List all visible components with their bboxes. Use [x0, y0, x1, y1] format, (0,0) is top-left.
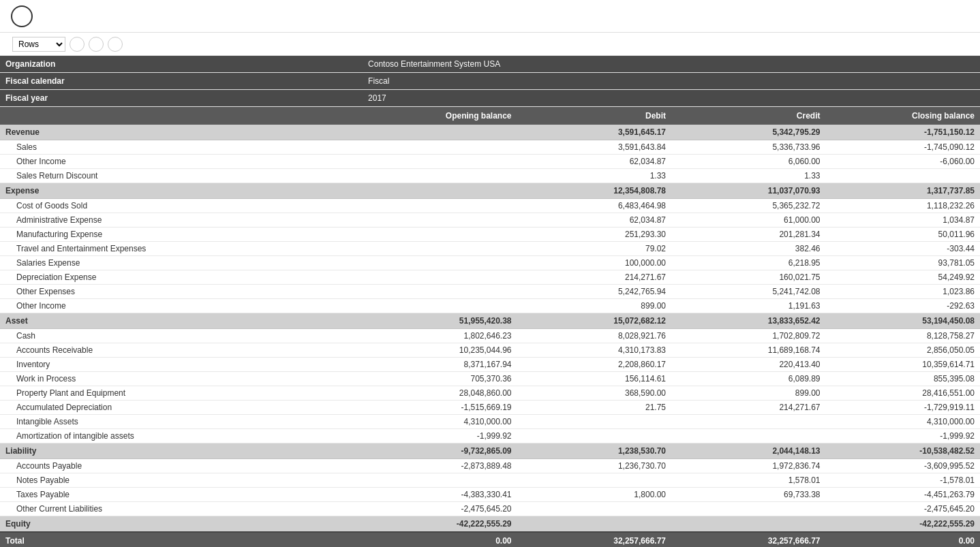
toolbar: Rows Columns: [0, 33, 980, 56]
detail-credit-2-6: [671, 415, 825, 429]
detail-closing-1-0: 1,118,232.26: [826, 199, 981, 213]
detail-opening-0-1: [363, 155, 517, 169]
detail-name-3-2: Taxes Payable: [0, 488, 363, 502]
detail-row-3-2: Taxes Payable -4,383,330.41 1,800.00 69,…: [0, 488, 980, 502]
more-button[interactable]: [960, 37, 975, 52]
detail-credit-2-2: 220,413.40: [671, 358, 825, 372]
category-closing-0: -1,751,150.12: [826, 125, 981, 140]
drill-collapse-button[interactable]: [108, 37, 123, 52]
detail-name-0-1: Other Income: [0, 155, 363, 169]
detail-debit-0-1: 62,034.87: [517, 155, 671, 169]
detail-row-0-2: Sales Return Discount 1.33 1.33: [0, 169, 980, 183]
detail-row-1-6: Other Expenses 5,242,765.94 5,241,742.08…: [0, 285, 980, 299]
total-label: Total: [0, 532, 363, 547]
detail-name-3-3: Other Current Liabilities: [0, 502, 363, 516]
detail-closing-2-0: 8,128,758.27: [826, 329, 981, 343]
detail-debit-2-4: 368,590.00: [517, 386, 671, 401]
detail-row-1-3: Travel and Entertainment Expenses 79.02 …: [0, 242, 980, 256]
detail-debit-1-2: 251,293.30: [517, 228, 671, 242]
drill-expand-button[interactable]: [89, 37, 104, 52]
detail-closing-0-2: [826, 169, 981, 183]
category-name-2: Asset: [0, 313, 363, 329]
detail-row-2-5: Accumulated Depreciation -1,515,669.19 2…: [0, 401, 980, 415]
category-row-0: Revenue 3,591,645.17 5,342,795.29 -1,751…: [0, 125, 980, 140]
detail-debit-2-3: 156,114.61: [517, 372, 671, 386]
detail-name-1-5: Depreciation Expense: [0, 270, 363, 285]
drill-up-button[interactable]: [70, 37, 85, 52]
detail-opening-1-1: [363, 213, 517, 228]
detail-name-1-4: Salaries Expense: [0, 256, 363, 270]
detail-row-1-7: Other Income 899.00 1,191.63 -292.63: [0, 299, 980, 313]
detail-credit-1-0: 5,365,232.72: [671, 199, 825, 213]
detail-credit-0-2: 1.33: [671, 169, 825, 183]
detail-name-3-1: Notes Payable: [0, 473, 363, 488]
category-closing-1: 1,317,737.85: [826, 183, 981, 199]
category-closing-2: 53,194,450.08: [826, 313, 981, 329]
category-credit-1: 11,037,070.93: [671, 183, 825, 199]
category-credit-3: 2,044,148.13: [671, 443, 825, 459]
category-credit-2: 13,833,652.42: [671, 313, 825, 329]
info-label-0: Organization: [0, 56, 363, 73]
detail-closing-2-3: 855,395.08: [826, 372, 981, 386]
category-opening-2: 51,955,420.38: [363, 313, 517, 329]
detail-name-2-4: Property Plant and Equipment: [0, 386, 363, 401]
category-debit-3: 1,238,530.70: [517, 443, 671, 459]
detail-row-3-1: Notes Payable 1,578.01 -1,578.01: [0, 473, 980, 488]
total-credit: 32,257,666.77: [671, 532, 825, 547]
detail-opening-1-7: [363, 299, 517, 313]
detail-closing-2-1: 2,856,050.05: [826, 343, 981, 358]
detail-opening-1-5: [363, 270, 517, 285]
category-row-4: Equity -42,222,555.29 -42,222,555.29: [0, 516, 980, 533]
category-debit-1: 12,354,808.78: [517, 183, 671, 199]
info-label-1: Fiscal calendar: [0, 73, 363, 90]
detail-debit-1-7: 899.00: [517, 299, 671, 313]
detail-row-1-0: Cost of Goods Sold 6,483,464.98 5,365,23…: [0, 199, 980, 213]
detail-debit-1-0: 6,483,464.98: [517, 199, 671, 213]
detail-debit-2-0: 8,028,921.76: [517, 329, 671, 343]
detail-opening-3-2: -4,383,330.41: [363, 488, 517, 502]
detail-credit-2-3: 6,089.89: [671, 372, 825, 386]
detail-credit-0-0: 5,336,733.96: [671, 140, 825, 155]
detail-closing-1-1: 1,034.87: [826, 213, 981, 228]
info-value-1: Fiscal: [363, 73, 980, 90]
info-row-0: Organization Contoso Entertainment Syste…: [0, 56, 980, 73]
detail-credit-3-3: [671, 502, 825, 516]
category-opening-4: -42,222,555.29: [363, 516, 517, 533]
detail-credit-1-6: 5,241,742.08: [671, 285, 825, 299]
detail-row-2-7: Amortization of intangible assets -1,999…: [0, 429, 980, 443]
category-row-2: Asset 51,955,420.38 15,072,682.12 13,833…: [0, 313, 980, 329]
detail-opening-2-7: -1,999.92: [363, 429, 517, 443]
back-button[interactable]: [11, 5, 33, 27]
category-name-3: Liability: [0, 443, 363, 459]
download-button[interactable]: [919, 37, 934, 52]
trial-balance-table: Organization Contoso Entertainment Syste…: [0, 56, 980, 547]
detail-opening-1-4: [363, 256, 517, 270]
detail-closing-1-5: 54,249.92: [826, 270, 981, 285]
detail-closing-1-4: 93,781.05: [826, 256, 981, 270]
detail-name-1-1: Administrative Expense: [0, 213, 363, 228]
category-credit-0: 5,342,795.29: [671, 125, 825, 140]
fullscreen-button[interactable]: [939, 37, 954, 52]
category-opening-0: [363, 125, 517, 140]
detail-debit-3-2: 1,800.00: [517, 488, 671, 502]
detail-debit-3-0: 1,236,730.70: [517, 459, 671, 473]
category-row-1: Expense 12,354,808.78 11,037,070.93 1,31…: [0, 183, 980, 199]
detail-credit-2-1: 11,689,168.74: [671, 343, 825, 358]
drill-select[interactable]: Rows Columns: [12, 37, 65, 52]
category-credit-4: [671, 516, 825, 533]
col-closing-header: Closing balance: [826, 107, 981, 125]
category-name-0: Revenue: [0, 125, 363, 140]
detail-row-0-1: Other Income 62,034.87 6,060.00 -6,060.0…: [0, 155, 980, 169]
detail-credit-1-7: 1,191.63: [671, 299, 825, 313]
detail-name-2-3: Work in Process: [0, 372, 363, 386]
total-closing: 0.00: [826, 532, 981, 547]
detail-credit-1-5: 160,021.75: [671, 270, 825, 285]
detail-name-2-0: Cash: [0, 329, 363, 343]
detail-opening-2-4: 28,048,860.00: [363, 386, 517, 401]
detail-debit-0-2: 1.33: [517, 169, 671, 183]
detail-row-3-0: Accounts Payable -2,873,889.48 1,236,730…: [0, 459, 980, 473]
category-closing-4: -42,222,555.29: [826, 516, 981, 533]
detail-closing-2-4: 28,416,551.00: [826, 386, 981, 401]
detail-row-2-2: Inventory 8,371,167.94 2,208,860.17 220,…: [0, 358, 980, 372]
detail-row-2-1: Accounts Receivable 10,235,044.96 4,310,…: [0, 343, 980, 358]
